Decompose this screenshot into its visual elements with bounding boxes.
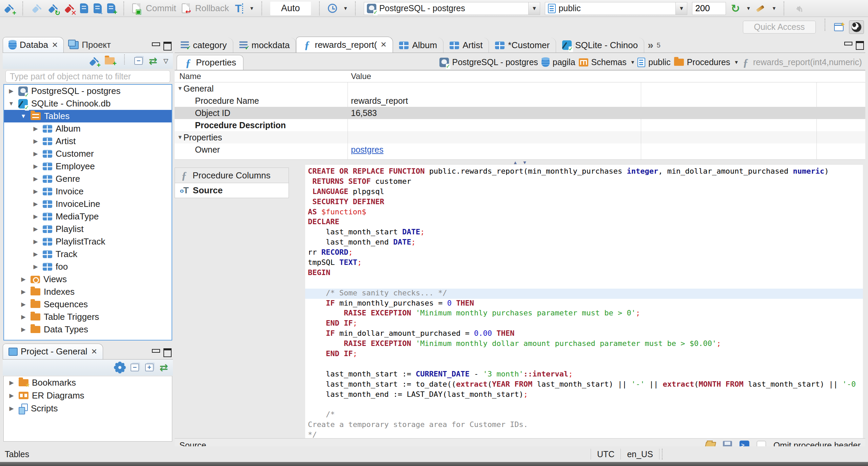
reconnect-icon[interactable]: ↻ xyxy=(47,3,58,14)
expand-arrow-icon[interactable]: ▶ xyxy=(8,405,15,412)
source-code-viewer[interactable]: CREATE OR REPLACE FUNCTION public.reward… xyxy=(305,165,863,439)
expand-arrow-icon[interactable]: ▶ xyxy=(8,379,15,386)
expand-arrow-icon[interactable]: ▶ xyxy=(32,238,39,245)
project-item-scripts[interactable]: ▶Scripts xyxy=(4,402,172,415)
tree-item-employee[interactable]: ▶Employee xyxy=(4,160,172,173)
breadcrumb-item-procedures[interactable]: Procedures▾ xyxy=(674,57,738,67)
chevron-down-icon[interactable]: ▾ xyxy=(735,59,738,66)
tab-projects[interactable]: Проект xyxy=(64,37,117,53)
new-sql-editor-icon[interactable]: + xyxy=(107,3,115,13)
tree-item-playlisttrack[interactable]: ▶PlaylistTrack xyxy=(4,235,172,248)
expand-arrow-icon[interactable]: ▶ xyxy=(20,288,27,295)
navigate-back-icon[interactable] xyxy=(792,4,803,13)
tab-customer[interactable]: *Customer xyxy=(489,38,556,53)
transaction-mode-icon[interactable]: T xyxy=(234,3,243,14)
tab-sqlite-chinoo[interactable]: SQLite - Chinoo xyxy=(556,38,644,53)
horizontal-splitter[interactable]: ▲ ▼ xyxy=(175,159,865,165)
quick-access-button[interactable]: Quick Access xyxy=(743,21,816,34)
schema-selector[interactable]: public ▼ xyxy=(545,2,687,15)
expand-arrow-icon[interactable]: ▶ xyxy=(32,125,39,132)
tree-item-customer[interactable]: ▶Customer xyxy=(4,148,172,160)
expand-arrow-icon[interactable]: ▶ xyxy=(32,138,39,145)
expand-arrow-icon[interactable]: ▶ xyxy=(32,150,39,157)
column-divider[interactable] xyxy=(816,82,817,159)
column-value[interactable]: Value xyxy=(348,72,371,81)
tree-item-track[interactable]: ▶Track xyxy=(4,248,172,260)
close-icon[interactable]: ✕ xyxy=(91,347,97,356)
sql-assistant-icon[interactable] xyxy=(755,3,766,14)
collapse-arrow-icon[interactable]: ▼ xyxy=(20,113,27,120)
expand-arrow-icon[interactable]: ▶ xyxy=(32,263,39,270)
tab-procedure-columns[interactable]: ƒProcedure Columns xyxy=(175,168,289,183)
fetch-size-input[interactable] xyxy=(692,2,726,15)
tab-mockdata[interactable]: mockdata xyxy=(233,38,296,53)
tab-source[interactable]: ‹›TSource xyxy=(175,183,289,198)
breadcrumb-item-pagila[interactable]: pagila xyxy=(541,57,575,67)
transaction-log-icon[interactable] xyxy=(328,4,337,13)
expand-arrow-icon[interactable]: ▶ xyxy=(32,213,39,220)
expand-arrow-icon[interactable]: ▶ xyxy=(32,251,39,258)
property-row-procedure-name[interactable]: Procedure Namerewards_report xyxy=(175,95,865,107)
tab-artist[interactable]: Artist xyxy=(443,38,489,53)
refresh-icon[interactable]: ↻ xyxy=(731,3,740,14)
tree-item-sequences[interactable]: ▶Sequences xyxy=(4,298,172,311)
splitter-up-icon[interactable]: ▲ xyxy=(513,160,518,165)
breadcrumb-item-rewards-report-int4-numeric-[interactable]: ƒrewards_report(int4,numeric) xyxy=(741,57,862,67)
tab-rewards-report[interactable]: ƒrewards_report(✕ xyxy=(296,37,393,53)
project-item-bookmarks[interactable]: ▶Bookmarks xyxy=(4,376,172,389)
tree-item-table-triggers[interactable]: ▶Table Triggers xyxy=(4,311,172,323)
tree-item-sqlite-chinook-db[interactable]: ▼SQLite - Chinook.db xyxy=(4,97,172,110)
chevron-down-icon[interactable]: ▾ xyxy=(631,59,634,66)
tree-item-tables[interactable]: ▼Tables xyxy=(4,110,172,122)
expand-arrow-icon[interactable]: ▶ xyxy=(32,188,39,195)
close-icon[interactable]: ✕ xyxy=(380,40,387,49)
rollback-icon[interactable]: ↩ xyxy=(182,3,190,13)
column-divider[interactable] xyxy=(348,82,348,159)
refresh-caret[interactable]: ▾ xyxy=(747,5,750,12)
locale-label[interactable]: en_US xyxy=(620,449,659,460)
breadcrumb-item-public[interactable]: public xyxy=(637,57,670,67)
maximize-icon[interactable] xyxy=(161,41,173,51)
tree-item-postgresql-postgres[interactable]: ▶PostgreSQL - postgres xyxy=(4,85,172,97)
tree-item-data-types[interactable]: ▶Data Types xyxy=(4,323,172,336)
group-collapse-icon[interactable]: ▼ xyxy=(175,134,183,140)
property-row-properties[interactable]: ▼Properties xyxy=(175,131,865,143)
minimize-icon[interactable] xyxy=(842,40,854,50)
rollback-label[interactable]: Rollback xyxy=(195,3,229,14)
project-item-er-diagrams[interactable]: ▶ER Diagrams xyxy=(4,389,172,402)
expand-arrow-icon[interactable]: ▶ xyxy=(20,301,27,308)
new-connection-icon[interactable]: + xyxy=(88,56,99,66)
timezone-label[interactable]: UTC xyxy=(591,449,620,460)
property-row-procedure-description[interactable]: Procedure Description xyxy=(175,119,865,131)
transaction-mode-caret[interactable]: ▾ xyxy=(250,5,253,12)
tab-database-navigator[interactable]: Databa ✕ xyxy=(3,37,64,53)
maximize-icon[interactable] xyxy=(854,40,865,50)
tree-item-invoice[interactable]: ▶Invoice xyxy=(4,185,172,198)
link-with-editor-icon[interactable]: ⇄ xyxy=(160,363,168,372)
expand-arrow-icon[interactable]: ▶ xyxy=(32,175,39,182)
connect-icon[interactable] xyxy=(31,3,42,14)
expand-arrow-icon[interactable]: ▶ xyxy=(32,226,39,233)
tab-properties[interactable]: ƒ Properties xyxy=(177,55,243,70)
collapse-all-icon[interactable]: − xyxy=(134,57,143,65)
tree-item-album[interactable]: ▶Album xyxy=(4,122,172,135)
open-perspective-icon[interactable] xyxy=(834,23,844,31)
connection-selector[interactable]: PostgreSQL - postgres ▼ xyxy=(364,2,540,15)
property-row-object-id[interactable]: Object ID16,583 xyxy=(175,107,865,119)
disconnect-icon[interactable]: ✕ xyxy=(64,3,75,14)
expand-arrow-icon[interactable]: ▶ xyxy=(20,313,27,321)
column-divider[interactable] xyxy=(641,82,641,159)
expand-arrow-icon[interactable]: ▶ xyxy=(20,326,27,333)
new-folder-icon[interactable]: + xyxy=(105,57,115,64)
tab-category[interactable]: category xyxy=(175,38,233,53)
breadcrumb-item-schemas[interactable]: Schemas▾ xyxy=(579,57,634,67)
expand-arrow-icon[interactable]: ▶ xyxy=(7,88,15,95)
settings-gear-icon[interactable] xyxy=(115,363,124,372)
expand-arrow-icon[interactable]: ▶ xyxy=(32,163,39,170)
tree-item-playlist[interactable]: ▶Playlist xyxy=(4,223,172,235)
tree-item-views[interactable]: ▶Views xyxy=(4,273,172,286)
expand-arrow-icon[interactable]: ▶ xyxy=(8,392,15,399)
commit-label[interactable]: Commit xyxy=(146,3,176,14)
expand-all-icon[interactable]: + xyxy=(145,364,154,371)
view-menu-icon[interactable]: ▽ xyxy=(163,57,168,65)
